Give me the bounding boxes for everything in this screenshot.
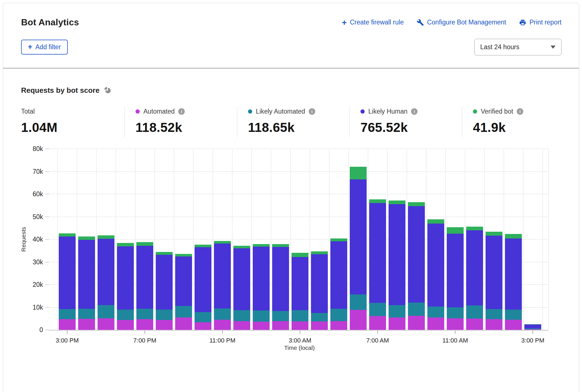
- bar-segment: [117, 310, 134, 320]
- add-filter-label: Add filter: [35, 43, 61, 51]
- bar-segment: [233, 321, 250, 330]
- bar-segment: [330, 321, 347, 330]
- bar-segment: [117, 246, 134, 310]
- bar-segment: [78, 319, 95, 330]
- bar-segment: [233, 246, 250, 249]
- legend-dot: [473, 109, 477, 114]
- bar-segment: [195, 322, 211, 330]
- bar-segment: [427, 307, 444, 317]
- bar-segment: [350, 167, 367, 179]
- y-tick-label: 10k: [33, 304, 43, 311]
- action-label: Create firewall rule: [350, 19, 404, 26]
- bar-segment: [195, 245, 211, 247]
- bar-segment: [369, 199, 386, 203]
- bar-segment: [175, 317, 192, 330]
- configure-bot-management-link[interactable]: Configure Bot Management: [417, 19, 506, 26]
- section-title-text: Requests by bot score: [21, 86, 100, 95]
- bar-segment: [350, 310, 367, 330]
- bar-segment: [136, 246, 153, 309]
- bar-segment: [311, 254, 328, 313]
- bar-segment: [175, 254, 192, 256]
- bar-segment: [369, 303, 386, 316]
- y-tick-label: 80k: [33, 145, 43, 152]
- legend-dot: [360, 109, 365, 114]
- y-axis-title: Requests: [20, 227, 27, 252]
- stat-verified-bot: Verified bot i 41.9k: [462, 107, 574, 137]
- bar-segment: [272, 311, 289, 321]
- bar-segment: [156, 255, 173, 310]
- bar-segment: [175, 306, 192, 317]
- action-label: Configure Bot Management: [427, 19, 506, 26]
- page-title: Bot Analytics: [21, 17, 79, 28]
- info-icon[interactable]: i: [517, 108, 523, 115]
- bar-segment: [408, 316, 425, 330]
- bar-segment: [389, 200, 405, 204]
- bar-segment: [214, 241, 231, 244]
- bot-analytics-card: Bot Analytics + Create firewall rule Con…: [3, 3, 579, 392]
- x-tick-label: 11:00 PM: [209, 337, 236, 344]
- bar-segment: [408, 303, 425, 316]
- header-divider: [3, 68, 579, 69]
- bar-segment: [427, 224, 444, 307]
- add-filter-button[interactable]: + Add filter: [21, 40, 68, 55]
- bar-segment: [233, 310, 250, 321]
- bar-segment: [78, 240, 95, 309]
- bar-segment: [272, 321, 289, 330]
- bar-segment: [156, 320, 173, 330]
- bar-segment: [311, 321, 328, 330]
- bar-segment: [311, 251, 328, 254]
- bar-segment: [408, 206, 425, 302]
- bar-segment: [214, 244, 231, 308]
- stat-value: 765.52k: [360, 120, 462, 135]
- bar-segment: [466, 305, 483, 319]
- bar-segment: [136, 242, 153, 245]
- time-range-select[interactable]: Last 24 hours: [474, 39, 561, 55]
- bar-segment: [292, 253, 308, 257]
- bar-segment: [272, 247, 289, 311]
- create-firewall-rule-link[interactable]: + Create firewall rule: [342, 18, 404, 27]
- header-actions: + Create firewall rule Configure Bot Man…: [342, 18, 561, 27]
- y-tick-label: 30k: [33, 258, 43, 266]
- bar-segment: [427, 317, 444, 330]
- time-range-value: Last 24 hours: [480, 43, 519, 51]
- chevron-down-icon: [551, 46, 556, 49]
- bar-segment: [466, 319, 483, 330]
- bar-segment: [505, 320, 522, 330]
- info-icon[interactable]: i: [178, 108, 185, 115]
- bar-segment: [311, 313, 328, 322]
- bar-segment: [136, 309, 153, 319]
- bar-segment: [292, 257, 308, 310]
- bar-segment: [486, 232, 502, 236]
- bar-segment: [117, 320, 134, 330]
- plus-icon: +: [342, 18, 347, 27]
- print-report-link[interactable]: Print report: [519, 19, 561, 26]
- bar-segment: [447, 227, 464, 234]
- bar-segment: [59, 233, 76, 236]
- bar-segment: [117, 243, 134, 246]
- action-label: Print report: [529, 19, 561, 26]
- bar-segment: [292, 310, 308, 321]
- legend-dot: [136, 109, 140, 114]
- x-tick-label: 3:00 AM: [289, 337, 312, 344]
- y-tick-label: 60k: [33, 190, 43, 198]
- stat-value: 1.04M: [21, 120, 125, 135]
- info-icon[interactable]: i: [411, 108, 418, 115]
- bar-segment: [389, 317, 405, 330]
- bar-segment: [98, 239, 114, 305]
- bar-segment: [98, 318, 114, 330]
- bar-segment: [156, 310, 173, 320]
- stat-total: Total 1.04M: [21, 107, 125, 137]
- x-tick-label: 7:00 AM: [366, 337, 389, 344]
- filter-row: + Add filter Last 24 hours: [3, 28, 579, 68]
- bar-segment: [330, 309, 347, 321]
- stat-label: Likely Automated: [256, 108, 305, 115]
- stat-label: Total: [21, 108, 35, 115]
- chart-section-title: Requests by bot score: [21, 86, 561, 95]
- info-icon[interactable]: i: [309, 108, 315, 115]
- x-tick-label: 7:00 PM: [133, 337, 156, 344]
- bar-segment: [505, 234, 522, 238]
- stat-automated: Automated i 118.52k: [125, 107, 237, 137]
- bar-segment: [447, 307, 464, 318]
- bar-segment: [195, 312, 211, 322]
- stat-value: 118.65k: [248, 120, 349, 135]
